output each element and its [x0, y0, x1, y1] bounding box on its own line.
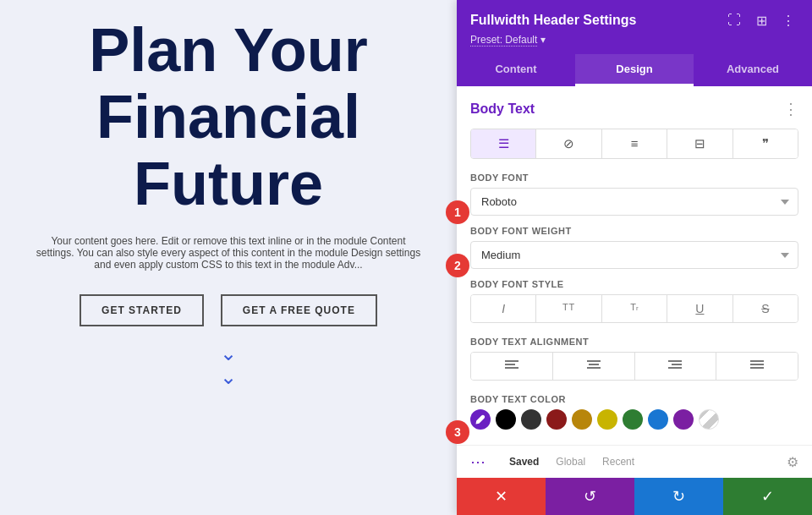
text-align-right-btn[interactable]	[635, 353, 717, 380]
panel-preset[interactable]: Preset: Default ▾	[470, 34, 798, 46]
body-font-weight-label: Body Font Weight	[470, 226, 798, 236]
footer-tab-recent[interactable]: Recent	[602, 456, 634, 468]
step-badge-3: 3	[446, 420, 469, 444]
color-striped[interactable]	[699, 409, 719, 430]
reset-button[interactable]: ↺	[546, 478, 634, 515]
body-text-alignment-row	[470, 352, 798, 381]
tab-advanced[interactable]: Advanced	[694, 54, 812, 86]
color-purple[interactable]	[673, 409, 694, 430]
align-ordered-btn[interactable]: ⊟	[667, 129, 732, 158]
expand-icon[interactable]: ⛶	[724, 10, 744, 30]
cancel-button[interactable]: ✕	[457, 478, 546, 515]
preset-label: Preset: Default	[470, 34, 537, 47]
text-align-left-btn[interactable]	[471, 353, 553, 380]
color-dark-gray[interactable]	[521, 409, 541, 430]
color-dark-red[interactable]	[546, 409, 567, 430]
body-font-style-row: I TT Tr U S	[470, 294, 798, 323]
more-options-icon[interactable]: ⋮	[778, 10, 798, 30]
svg-rect-14	[750, 367, 764, 369]
body-font-weight-select[interactable]: Thin Light Regular Medium Bold	[470, 241, 798, 269]
panel-header: Fullwidth Header Settings ⛶ ⊞ ⋮ Preset: …	[457, 0, 812, 54]
panel-tabs: Content Design Advanced	[457, 54, 812, 86]
align-list-btn[interactable]: ≡	[602, 129, 667, 158]
grid-icon[interactable]: ⊞	[751, 10, 771, 30]
gear-icon[interactable]: ⚙	[787, 454, 798, 470]
action-bar: ✕ ↺ ↻ ✓	[457, 478, 812, 515]
section-title: Body Text	[470, 101, 535, 117]
get-quote-button[interactable]: Get a Free Quote	[221, 294, 377, 326]
panel-header-icons: ⛶ ⊞ ⋮	[724, 10, 798, 30]
capitalize-btn[interactable]: Tr	[602, 295, 667, 322]
underline-btn[interactable]: U	[667, 295, 732, 322]
preview-headline: Plan Your Financial Future	[0, 17, 457, 218]
svg-rect-6	[587, 367, 601, 369]
panel-title: Fullwidth Header Settings	[470, 13, 636, 28]
footer-tab-saved[interactable]: Saved	[509, 456, 539, 468]
color-blue[interactable]	[648, 409, 668, 430]
tab-design[interactable]: Design	[575, 54, 694, 86]
tab-content[interactable]: Content	[457, 54, 575, 86]
alignment-row: ☰ ⊘ ≡ ⊟ ❞	[470, 129, 798, 159]
get-started-button[interactable]: Get Started	[80, 294, 204, 326]
step-badge-1: 1	[446, 200, 469, 224]
text-align-center-btn[interactable]	[553, 353, 635, 380]
italic-btn[interactable]: I	[471, 295, 536, 322]
preview-body-text: Your content goes here. Edit or remove t…	[17, 227, 440, 279]
panel-header-top: Fullwidth Header Settings ⛶ ⊞ ⋮	[470, 10, 798, 30]
svg-rect-13	[750, 364, 764, 365]
color-dark-yellow[interactable]	[572, 409, 592, 430]
footer-tab-global[interactable]: Global	[556, 456, 585, 468]
uppercase-btn[interactable]: TT	[536, 295, 601, 322]
body-font-select[interactable]: Roboto Open Sans Lato Montserrat	[470, 188, 798, 216]
align-none-btn[interactable]: ⊘	[536, 129, 601, 158]
body-text-alignment-label: Body Text Alignment	[470, 337, 798, 347]
body-text-color-row	[470, 409, 798, 430]
svg-rect-2	[505, 367, 518, 369]
dots-btn[interactable]: ⋯	[470, 452, 486, 471]
panel-footer: ⋯ Saved Global Recent ⚙	[457, 445, 812, 478]
align-center-btn[interactable]: ☰	[471, 129, 536, 158]
scroll-arrow: ⌄⌄	[220, 342, 237, 389]
align-quote-btn[interactable]: ❞	[733, 129, 798, 158]
svg-rect-0	[505, 360, 518, 362]
color-green[interactable]	[623, 409, 643, 430]
svg-rect-8	[668, 360, 682, 362]
svg-rect-12	[750, 360, 764, 362]
save-button[interactable]: ✓	[723, 478, 812, 515]
svg-rect-4	[587, 360, 601, 362]
color-yellow[interactable]	[597, 409, 617, 430]
preview-area: Plan Your Financial Future Your content …	[0, 0, 457, 515]
step-badge-2: 2	[446, 254, 469, 277]
strikethrough-btn[interactable]: S	[733, 295, 798, 322]
settings-panel: Fullwidth Header Settings ⛶ ⊞ ⋮ Preset: …	[457, 0, 812, 515]
svg-rect-1	[505, 364, 515, 365]
svg-rect-10	[668, 367, 682, 369]
svg-rect-5	[589, 364, 599, 365]
body-text-color-label: Body Text Color	[470, 394, 798, 404]
body-font-label: Body Font	[470, 173, 798, 183]
section-menu-icon[interactable]: ⋮	[783, 100, 798, 118]
preview-buttons: Get Started Get a Free Quote	[80, 294, 377, 326]
text-align-justify-btn[interactable]	[716, 353, 798, 380]
panel-body: Body Text ⋮ ☰ ⊘ ≡ ⊟ ❞ Body Font Roboto O…	[457, 86, 812, 445]
section-header: Body Text ⋮	[470, 100, 798, 118]
color-black[interactable]	[496, 409, 516, 430]
color-picker-btn[interactable]	[470, 409, 491, 430]
body-font-style-label: Body Font Style	[470, 279, 798, 289]
redo-button[interactable]: ↻	[634, 478, 723, 515]
svg-rect-9	[672, 364, 682, 365]
